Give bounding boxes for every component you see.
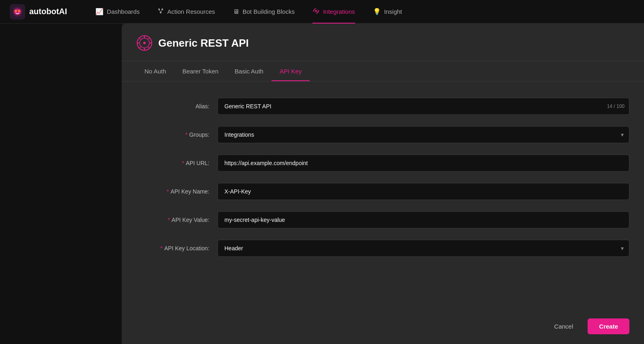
alias-label: Alias: [136, 103, 218, 110]
logo-icon [10, 4, 25, 19]
groups-wrapper: ▾ [218, 126, 629, 143]
api-key-location-select[interactable]: Header Query Param [218, 240, 629, 257]
logo[interactable]: autobotAI [10, 4, 67, 19]
nav-dashboards[interactable]: 📈 Dashboards [86, 0, 149, 24]
nav-insight[interactable]: 💡 Insight [364, 0, 411, 24]
api-key-location-wrapper: Header Query Param ▾ [218, 240, 629, 257]
groups-label: *Groups: [136, 131, 218, 138]
page-title: Generic REST API [158, 37, 249, 49]
form-footer: Cancel Create [122, 312, 644, 344]
api-key-name-wrapper [218, 183, 629, 200]
svg-point-9 [313, 10, 314, 11]
dashboards-icon: 📈 [95, 8, 103, 15]
api-key-location-row: *API Key Location: Header Query Param ▾ [136, 240, 629, 257]
api-key-value-wrapper [218, 211, 629, 228]
nav-bot-building-blocks[interactable]: 🖥 Bot Building Blocks [224, 0, 304, 24]
api-key-name-row: *API Key Name: [136, 183, 629, 200]
tabs-container: No Auth Bearer Token Basic Auth API Key [122, 61, 644, 82]
navbar: autobotAI 📈 Dashboards Action Resources … [0, 0, 644, 24]
nav-integrations[interactable]: Integrations [304, 0, 364, 24]
main-layout: Generic REST API No Auth Bearer Token Ba… [0, 24, 644, 344]
api-key-value-input[interactable] [218, 211, 629, 228]
integrations-icon [312, 7, 320, 16]
tab-api-key[interactable]: API Key [271, 61, 310, 81]
nav-items: 📈 Dashboards Action Resources 🖥 Bot Buil… [86, 0, 634, 24]
api-key-location-label: *API Key Location: [136, 245, 218, 252]
api-key-value-row: *API Key Value: [136, 211, 629, 228]
api-url-label: *API URL: [136, 160, 218, 166]
tab-bearer-token[interactable]: Bearer Token [174, 61, 226, 81]
api-key-name-label: *API Key Name: [136, 188, 218, 195]
sidebar [0, 24, 122, 344]
svg-point-10 [318, 10, 319, 11]
action-resources-icon [157, 8, 164, 16]
alias-input[interactable] [218, 98, 629, 115]
alias-wrapper: 14 / 100 [218, 98, 629, 115]
groups-input[interactable] [218, 126, 629, 143]
svg-line-7 [159, 9, 161, 13]
svg-point-3 [18, 10, 20, 12]
api-url-wrapper [218, 155, 629, 172]
alias-row: Alias: 14 / 100 [136, 98, 629, 115]
api-url-row: *API URL: [136, 155, 629, 172]
cancel-button[interactable]: Cancel [546, 319, 582, 334]
bot-icon: 🖥 [233, 8, 239, 15]
svg-line-8 [161, 9, 162, 13]
form-area: Alias: 14 / 100 *Groups: ▾ *API [122, 82, 644, 312]
svg-point-13 [143, 42, 146, 44]
groups-row: *Groups: ▾ [136, 126, 629, 143]
page-header: Generic REST API [122, 24, 644, 61]
logo-text: autobotAI [29, 7, 67, 16]
tab-basic-auth[interactable]: Basic Auth [226, 61, 271, 81]
svg-point-2 [15, 10, 17, 12]
nav-action-resources[interactable]: Action Resources [149, 0, 224, 24]
insight-icon: 💡 [373, 8, 381, 15]
create-button[interactable]: Create [588, 318, 629, 334]
api-key-value-label: *API Key Value: [136, 217, 218, 223]
tab-no-auth[interactable]: No Auth [136, 61, 174, 81]
page-header-icon [136, 35, 153, 51]
api-key-name-input[interactable] [218, 183, 629, 200]
content-area: Generic REST API No Auth Bearer Token Ba… [122, 24, 644, 344]
api-url-input[interactable] [218, 155, 629, 172]
